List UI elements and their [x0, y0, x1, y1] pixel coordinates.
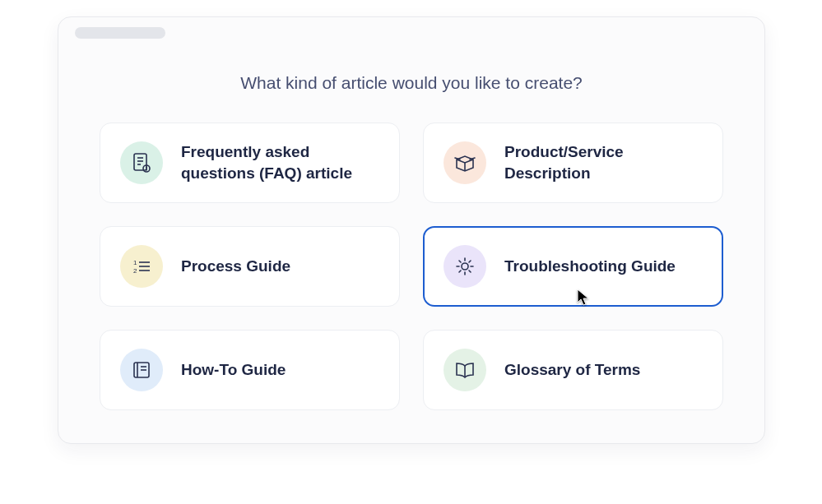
svg-point-12	[462, 263, 468, 270]
titlebar	[58, 17, 764, 49]
option-label: Glossary of Terms	[504, 359, 640, 381]
titlebar-placeholder	[75, 27, 165, 39]
option-label: Frequently asked questions (FAQ) article	[181, 141, 379, 183]
svg-rect-0	[134, 154, 146, 170]
option-label: Troubleshooting Guide	[504, 256, 676, 277]
box-open-icon	[444, 141, 486, 184]
manual-book-icon	[120, 349, 163, 391]
option-how-to[interactable]: How-To Guide	[100, 330, 400, 410]
svg-text:2: 2	[133, 267, 137, 275]
dialog-heading: What kind of article would you like to c…	[100, 73, 723, 93]
option-label: Product/Service Description	[504, 141, 703, 183]
dialog-content: What kind of article would you like to c…	[58, 49, 764, 443]
open-book-icon	[444, 349, 486, 391]
article-type-grid: Frequently asked questions (FAQ) article…	[100, 123, 723, 410]
option-product-service[interactable]: Product/Service Description	[423, 123, 723, 203]
option-label: Process Guide	[181, 256, 290, 277]
svg-text:1: 1	[133, 259, 137, 266]
option-label: How-To Guide	[181, 359, 286, 381]
option-faq[interactable]: Frequently asked questions (FAQ) article	[100, 123, 400, 203]
document-info-icon	[120, 141, 163, 184]
numbered-list-icon: 1 2	[120, 245, 163, 288]
option-troubleshooting[interactable]: Troubleshooting Guide	[423, 226, 723, 307]
dialog-window: What kind of article would you like to c…	[58, 16, 765, 444]
gear-icon	[444, 245, 486, 288]
option-process-guide[interactable]: 1 2 Process Guide	[100, 226, 400, 307]
option-glossary[interactable]: Glossary of Terms	[423, 330, 723, 410]
